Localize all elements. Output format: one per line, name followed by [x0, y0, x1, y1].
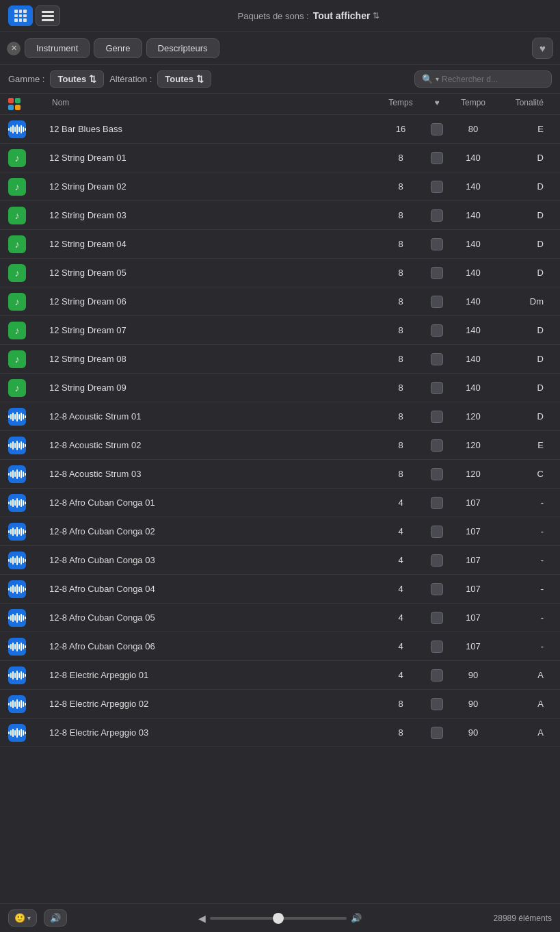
row-fav[interactable]	[425, 181, 449, 193]
waveform-icon	[8, 666, 26, 684]
table-row[interactable]: 12 Bar Blues Bass1680E	[0, 115, 560, 144]
favorite-checkbox[interactable]	[431, 152, 443, 164]
table-row[interactable]: 12-8 Acoustic Strum 018120D	[0, 402, 560, 431]
row-icon-col: ♪	[8, 293, 49, 311]
row-fav[interactable]	[425, 612, 449, 624]
favorite-checkbox[interactable]	[431, 727, 443, 739]
table-row[interactable]: 12-8 Electric Arpeggio 02890A	[0, 690, 560, 719]
row-fav[interactable]	[425, 640, 449, 653]
table-row[interactable]: ♪12 String Dream 018140D	[0, 144, 560, 172]
favorite-checkbox[interactable]	[431, 353, 443, 365]
row-temps: 8	[377, 181, 425, 192]
favorite-checkbox[interactable]	[431, 669, 443, 682]
row-name: 12 String Dream 01	[49, 153, 377, 163]
favorites-filter-button[interactable]: ♥	[532, 38, 553, 59]
table-row[interactable]: 12-8 Afro Cuban Conga 034107-	[0, 546, 560, 575]
favorite-checkbox[interactable]	[431, 554, 443, 567]
row-name: 12 String Dream 04	[49, 239, 377, 249]
table-row[interactable]: 12-8 Afro Cuban Conga 044107-	[0, 575, 560, 604]
row-fav[interactable]	[425, 411, 449, 423]
row-fav[interactable]	[425, 152, 449, 164]
volume-icon: 🔊	[50, 913, 61, 923]
list-view-button[interactable]	[36, 5, 60, 26]
table-row[interactable]: ♪12 String Dream 078140D	[0, 316, 560, 345]
row-fav[interactable]	[425, 468, 449, 480]
row-fav[interactable]	[425, 727, 449, 739]
row-fav[interactable]	[425, 209, 449, 222]
row-fav[interactable]	[425, 497, 449, 509]
favorite-checkbox[interactable]	[431, 267, 443, 279]
favorite-checkbox[interactable]	[431, 497, 443, 509]
favorite-checkbox[interactable]	[431, 209, 443, 222]
row-name: 12 String Dream 07	[49, 325, 377, 335]
table-row[interactable]: ♪12 String Dream 098140D	[0, 374, 560, 402]
favorite-checkbox[interactable]	[431, 640, 443, 653]
row-fav[interactable]	[425, 554, 449, 567]
progress-slider[interactable]	[210, 917, 347, 920]
gamme-dropdown[interactable]: Toutes ⇅	[50, 70, 104, 88]
tout-afficher-button[interactable]: Tout afficher ⇅	[313, 10, 380, 21]
favorite-checkbox[interactable]	[431, 238, 443, 250]
row-tempo: 80	[449, 124, 497, 134]
alteration-dropdown[interactable]: Toutes ⇅	[157, 70, 211, 88]
row-icon-col	[8, 638, 49, 656]
favorite-checkbox[interactable]	[431, 612, 443, 624]
header-temps: Temps	[377, 98, 425, 110]
favorite-checkbox[interactable]	[431, 698, 443, 710]
row-fav[interactable]	[425, 296, 449, 308]
row-icon-col: ♪	[8, 379, 49, 397]
row-fav[interactable]	[425, 583, 449, 595]
row-temps: 8	[377, 699, 425, 709]
row-fav[interactable]	[425, 267, 449, 279]
row-fav[interactable]	[425, 123, 449, 135]
row-temps: 8	[377, 411, 425, 422]
volume-button[interactable]: 🔊	[44, 909, 67, 927]
table-row[interactable]: ♪12 String Dream 028140D	[0, 172, 560, 201]
row-name: 12 String Dream 05	[49, 268, 377, 278]
favorite-checkbox[interactable]	[431, 123, 443, 135]
table-row[interactable]: 12-8 Electric Arpeggio 03890A	[0, 719, 560, 747]
favorite-checkbox[interactable]	[431, 526, 443, 538]
row-fav[interactable]	[425, 382, 449, 394]
favorite-checkbox[interactable]	[431, 411, 443, 423]
grid-view-button[interactable]	[8, 5, 33, 26]
progress-thumb[interactable]	[273, 913, 284, 924]
table-row[interactable]: ♪12 String Dream 038140D	[0, 201, 560, 230]
row-icon-col: ♪	[8, 264, 49, 282]
row-fav[interactable]	[425, 439, 449, 452]
table-row[interactable]: ♪12 String Dream 068140Dm	[0, 287, 560, 316]
row-fav[interactable]	[425, 353, 449, 365]
table-row[interactable]: 12-8 Afro Cuban Conga 054107-	[0, 604, 560, 632]
table-row[interactable]: 12-8 Afro Cuban Conga 024107-	[0, 517, 560, 546]
table-row[interactable]: 12-8 Afro Cuban Conga 014107-	[0, 489, 560, 517]
row-name: 12-8 Electric Arpeggio 03	[49, 727, 377, 738]
rewind-button[interactable]: ◀	[198, 913, 206, 924]
row-fav[interactable]	[425, 526, 449, 538]
favorite-checkbox[interactable]	[431, 296, 443, 308]
row-fav[interactable]	[425, 238, 449, 250]
favorite-checkbox[interactable]	[431, 439, 443, 452]
table-row[interactable]: 12-8 Acoustic Strum 038120C	[0, 460, 560, 489]
search-box[interactable]: 🔍 ▾	[414, 70, 552, 88]
favorite-checkbox[interactable]	[431, 181, 443, 193]
table-row[interactable]: ♪12 String Dream 088140D	[0, 345, 560, 374]
row-fav[interactable]	[425, 669, 449, 682]
favorite-checkbox[interactable]	[431, 324, 443, 337]
search-input[interactable]	[442, 75, 544, 84]
table-row[interactable]: 12-8 Electric Arpeggio 01490A	[0, 661, 560, 690]
table-row[interactable]: 12-8 Acoustic Strum 028120E	[0, 431, 560, 460]
row-fav[interactable]	[425, 324, 449, 337]
table-row[interactable]: ♪12 String Dream 048140D	[0, 230, 560, 259]
table-row[interactable]: 12-8 Afro Cuban Conga 064107-	[0, 632, 560, 661]
close-filters-button[interactable]: ✕	[7, 42, 21, 55]
descripteurs-filter-button[interactable]: Descripteurs	[146, 38, 219, 58]
row-fav[interactable]	[425, 698, 449, 710]
favorite-checkbox[interactable]	[431, 382, 443, 394]
instrument-filter-button[interactable]: Instrument	[25, 38, 90, 58]
row-name: 12 String Dream 02	[49, 181, 377, 192]
favorite-checkbox[interactable]	[431, 468, 443, 480]
emoji-button[interactable]: 🙂 ▾	[8, 909, 37, 927]
table-row[interactable]: ♪12 String Dream 058140D	[0, 259, 560, 287]
genre-filter-button[interactable]: Genre	[94, 38, 142, 58]
favorite-checkbox[interactable]	[431, 583, 443, 595]
